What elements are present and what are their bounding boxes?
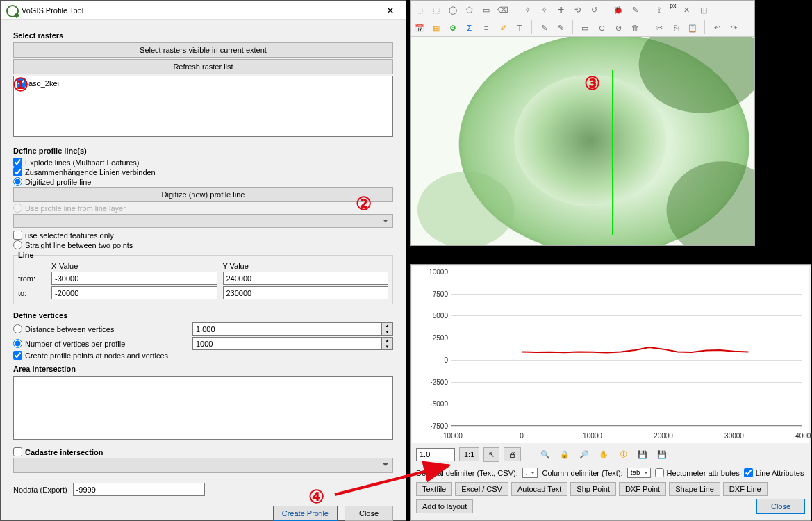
cut-icon[interactable]: ✂	[652, 20, 667, 35]
tool-icon[interactable]: ≡	[479, 20, 494, 35]
close-icon[interactable]: ✕	[381, 2, 400, 19]
tool-icon[interactable]: ↺	[586, 2, 602, 17]
tool-icon[interactable]: ⌫	[495, 2, 511, 17]
column-delim-combo[interactable]: tab	[627, 468, 651, 478]
line-layer-combo[interactable]	[13, 214, 393, 228]
save-as-icon[interactable]: 💾	[654, 447, 670, 462]
tool-icon[interactable]: ▦	[429, 20, 444, 35]
tool-icon[interactable]: ⊕	[594, 20, 609, 35]
export-dxf-line-button[interactable]: DXF Line	[723, 482, 768, 496]
tool-icon[interactable]: ⚙	[445, 20, 461, 35]
define-lines-heading: Define profile line(s)	[13, 147, 393, 155]
raster-listbox[interactable]: aso_2kei	[13, 76, 393, 137]
dist-vertices-radio[interactable]: Distance between vertices	[13, 324, 187, 333]
decimal-delim-combo[interactable]: .	[522, 468, 538, 478]
svg-line-1	[335, 465, 449, 495]
digitized-radio-row[interactable]: Digitized profile line	[13, 177, 393, 186]
bug-icon[interactable]: 🐞	[611, 2, 626, 17]
tool-icon[interactable]: ▭	[577, 20, 593, 35]
map-view: ⬚⬚◯⬠▭⌫ ✧✧✚⟲↺ 🐞 ✎ ⟟px✕◫ 📅▦⚙Σ≡✐T ✎✎ ▭⊕⊘🗑 ✂…	[410, 0, 755, 246]
tool-icon[interactable]: ▭	[479, 2, 494, 17]
profile-close-button[interactable]: Close	[756, 499, 805, 514]
tool-icon[interactable]: ✐	[495, 20, 511, 35]
cadastre-checkbox[interactable]: Cadastre intersection	[13, 447, 393, 456]
tool-icon[interactable]: ✎	[553, 20, 568, 35]
explode-checkbox-row[interactable]: Explode lines (Multipart Features)	[13, 158, 393, 167]
scale-input[interactable]	[416, 448, 455, 461]
close-button[interactable]: Close	[345, 506, 393, 521]
qgis-icon	[6, 5, 17, 16]
straight-radio-row[interactable]: Straight line between two points	[13, 240, 393, 249]
copy-icon[interactable]: ⎘	[668, 20, 683, 35]
print-button[interactable]: 🖨	[504, 447, 521, 461]
save-icon[interactable]: 💾	[635, 447, 650, 462]
svg-point-4	[514, 75, 666, 206]
profile-result-panel: ·7500·5000·2500025005000750010000 −10000…	[410, 264, 811, 521]
export-shape-line-button[interactable]: Shape Line	[669, 482, 720, 496]
num-vertices-spinner[interactable]: ▲▼	[192, 337, 393, 350]
tool-icon[interactable]: ✧	[536, 2, 552, 17]
pan-icon[interactable]: ✋	[596, 447, 611, 462]
export-add-to-layout-button[interactable]: Add to layout	[416, 499, 473, 513]
select-visible-rasters-button[interactable]: Select rasters visible in current extent	[13, 42, 393, 58]
cursor-button[interactable]: ↖	[483, 447, 499, 462]
svg-point-7	[417, 172, 514, 245]
profile-chart[interactable]: ·7500·5000·2500025005000750010000 −10000…	[412, 266, 809, 443]
tool-icon[interactable]: ⟲	[570, 2, 585, 17]
titlebar: VoGIS Profile Tool ✕	[1, 1, 406, 20]
dialog-title: VoGIS Profile Tool	[22, 6, 381, 15]
map-canvas[interactable]	[411, 37, 754, 245]
use-selected-checkbox-row[interactable]: use selected features only	[13, 231, 393, 240]
nodata-input[interactable]	[73, 483, 205, 496]
raster-item[interactable]: aso_2kei	[17, 78, 390, 88]
create-nodes-checkbox[interactable]: Create profile points at nodes and verti…	[13, 351, 393, 360]
export-shp-point-button[interactable]: Shp Point	[570, 482, 616, 496]
y-value-header: Y-Value	[223, 262, 389, 270]
tool-icon[interactable]: ✚	[553, 2, 568, 17]
paste-icon[interactable]: 📋	[685, 20, 700, 35]
tool-icon[interactable]: ✎	[627, 2, 643, 17]
tool-icon[interactable]: ◫	[696, 2, 711, 17]
identify-icon[interactable]: 🛈	[615, 447, 631, 462]
from-x-input[interactable]	[51, 272, 217, 285]
export-excel-csv-button[interactable]: Excel / CSV	[455, 482, 508, 496]
calendar-icon[interactable]: 📅	[412, 20, 427, 35]
refresh-raster-list-button[interactable]: Refresh raster list	[13, 59, 393, 74]
tool-icon[interactable]: ⟟	[652, 2, 667, 17]
to-x-input[interactable]	[51, 286, 217, 299]
from-label: from:	[18, 274, 46, 283]
num-vertices-radio[interactable]: Number of vertices per profile	[13, 339, 187, 348]
redo-icon[interactable]: ↷	[726, 20, 741, 35]
digitize-line-button[interactable]: Digitize (new) profile line	[13, 187, 393, 202]
zoom-lock-icon[interactable]: 🔒	[557, 447, 572, 462]
export-autocad-text-button[interactable]: Autocad Text	[511, 482, 567, 496]
tool-icon[interactable]: ⬚	[429, 2, 444, 17]
to-y-input[interactable]	[223, 286, 389, 299]
zoom-in-icon[interactable]: 🔍	[538, 447, 553, 462]
tool-icon[interactable]: ◯	[445, 2, 461, 17]
hecto-checkbox[interactable]: Hectometer attributes	[655, 468, 740, 477]
dist-vertices-spinner[interactable]: ▲▼	[192, 322, 393, 336]
trash-icon[interactable]: 🗑	[627, 20, 643, 35]
undo-icon[interactable]: ↶	[709, 20, 724, 35]
tool-icon[interactable]: ✕	[679, 2, 695, 17]
area-heading: Area intersection	[13, 365, 393, 373]
zusammen-checkbox-row[interactable]: Zusammenhängende Linien verbinden	[13, 167, 393, 176]
create-profile-button[interactable]: Create Profile	[273, 506, 338, 521]
sigma-icon[interactable]: Σ	[462, 20, 477, 35]
tool-icon[interactable]: ⬠	[462, 2, 477, 17]
column-delim-label: Column delimiter (Text):	[542, 469, 622, 477]
export-dxf-point-button[interactable]: DXF Point	[619, 482, 666, 496]
pencil-icon[interactable]: ✎	[536, 20, 552, 35]
annotation-4: ④	[308, 486, 324, 508]
zoom-out-icon[interactable]: 🔎	[577, 447, 592, 462]
from-y-input[interactable]	[223, 272, 389, 285]
annotation-3: ③	[584, 73, 600, 94]
lineattr-checkbox[interactable]: Line Attributes	[744, 468, 804, 477]
text-icon[interactable]: T	[512, 20, 527, 35]
tool-icon[interactable]: ⬚	[412, 2, 427, 17]
scale-11-button[interactable]: 1:1	[459, 447, 479, 461]
area-intersection-box[interactable]	[13, 376, 393, 440]
tool-icon[interactable]: ⊘	[611, 20, 626, 35]
tool-icon[interactable]: ✧	[520, 2, 535, 17]
